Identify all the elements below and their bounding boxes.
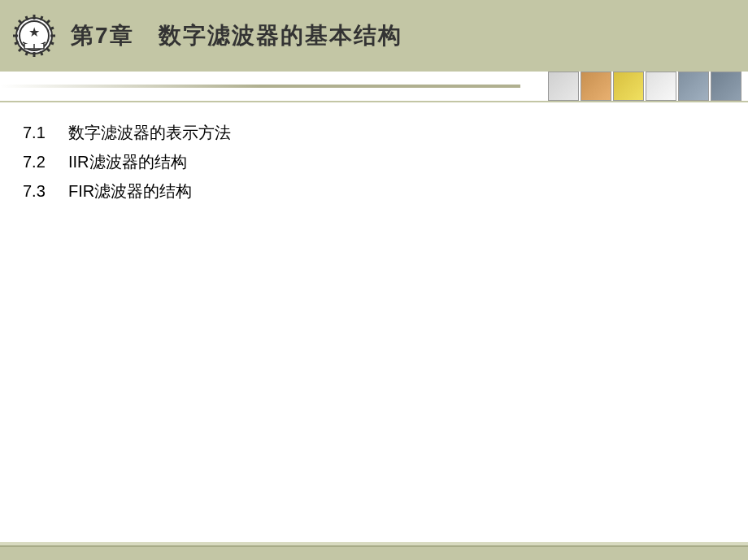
decoration-thumbnails xyxy=(548,72,741,101)
svg-line-10 xyxy=(41,16,42,20)
svg-line-15 xyxy=(50,28,54,29)
svg-line-7 xyxy=(19,48,22,51)
chapter-badge-icon: ★ xyxy=(10,11,59,60)
deco-thumbnail-1 xyxy=(548,72,579,101)
svg-line-12 xyxy=(41,51,42,55)
toc-item: 7.3 FIR滤波器的结构 xyxy=(23,177,732,205)
svg-line-9 xyxy=(26,16,28,20)
deco-thumbnail-6 xyxy=(711,72,741,101)
toc-item: 7.1 数字滤波器的表示方法 xyxy=(23,119,732,146)
slide-footer xyxy=(0,545,748,560)
toc-text: 数字滤波器的表示方法 xyxy=(68,119,231,146)
toc-item: 7.2 IIR滤波器的结构 xyxy=(23,148,732,176)
svg-line-11 xyxy=(26,51,28,55)
svg-line-13 xyxy=(15,28,19,29)
deco-thumbnail-3 xyxy=(613,72,644,101)
deco-thumbnail-4 xyxy=(646,72,676,101)
deco-thumbnail-2 xyxy=(581,72,611,101)
toc-text: IIR滤波器的结构 xyxy=(68,148,187,176)
toc-number: 7.2 xyxy=(23,148,68,176)
decoration-bar xyxy=(0,72,748,102)
svg-line-5 xyxy=(19,20,22,24)
svg-line-8 xyxy=(46,20,50,24)
svg-line-6 xyxy=(46,48,50,51)
chapter-title: 第7章 数字滤波器的基本结构 xyxy=(71,20,402,51)
toc-text: FIR滤波器的结构 xyxy=(68,177,192,205)
svg-line-14 xyxy=(15,42,19,44)
svg-line-16 xyxy=(50,42,54,44)
toc-number: 7.1 xyxy=(23,119,68,146)
svg-text:★: ★ xyxy=(28,25,40,39)
toc-number: 7.3 xyxy=(23,177,68,205)
slide-content: 7.1 数字滤波器的表示方法 7.2 IIR滤波器的结构 7.3 FIR滤波器的… xyxy=(0,102,748,223)
slide-header: ★ 第7章 数字滤波器的基本结构 xyxy=(0,0,748,72)
deco-thumbnail-5 xyxy=(678,72,709,101)
